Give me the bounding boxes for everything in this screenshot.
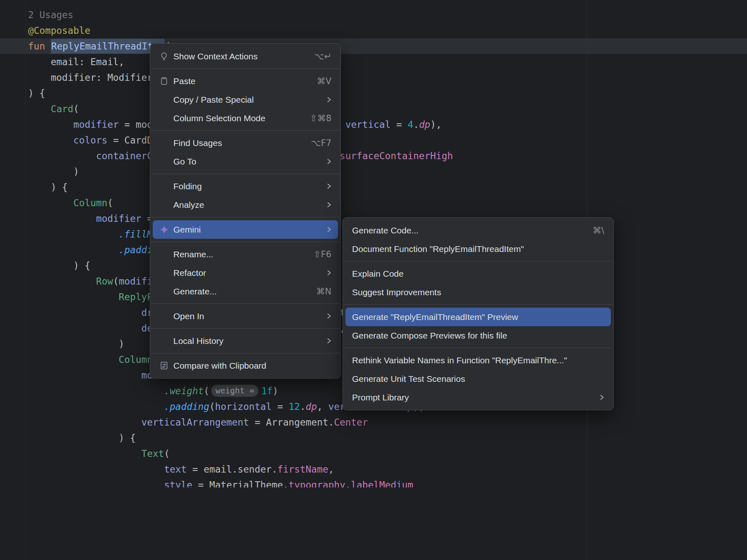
- code-token: colors: [73, 135, 107, 146]
- code-token: [28, 480, 164, 487]
- menu-item-label: Go To: [173, 157, 316, 167]
- code-token: 4: [408, 119, 414, 130]
- code-token: 12: [288, 401, 300, 412]
- menu-item-rethink-variable-names-in-function-replyemailthre[interactable]: Rethink Variable Names in Function "Repl…: [345, 351, 611, 369]
- menu-item-label: Prompt Library: [352, 393, 589, 402]
- code-token: firstName: [277, 464, 329, 475]
- code-token: horizontal: [215, 401, 272, 412]
- menu-item-generate-replyemailthreaditem-preview[interactable]: Generate "ReplyEmailThreadItem" Preview: [345, 308, 611, 326]
- code-token: verticalArrangement: [142, 417, 249, 428]
- code-token: [28, 135, 73, 146]
- menu-item-label: Rethink Variable Names in Function "Repl…: [352, 355, 604, 365]
- chevron-right-icon: [327, 337, 331, 344]
- code-line[interactable]: @Composable: [0, 23, 747, 38]
- menu-item-compare-with-clipboard[interactable]: Compare with Clipboard: [153, 356, 338, 375]
- menu-item-label: Generate "ReplyEmailThreadItem" Preview: [352, 312, 604, 322]
- code-token: ,: [317, 401, 328, 412]
- menu-separator: [151, 68, 340, 69]
- parameter-inlay-hint: weight =: [211, 385, 258, 397]
- code-line[interactable]: ): [0, 164, 747, 179]
- menu-item-shortcut: ⌥↵: [314, 52, 331, 61]
- code-token: ) {: [28, 260, 90, 271]
- code-token: ) {: [28, 88, 45, 99]
- code-token: [28, 151, 96, 161]
- code-token: style: [164, 480, 192, 487]
- menu-item-generate-code[interactable]: Generate Code...⌘\: [345, 221, 611, 240]
- menu-item-go-to[interactable]: Go To: [153, 152, 338, 171]
- code-token: (: [113, 276, 119, 287]
- menu-item-open-in[interactable]: Open In: [153, 307, 338, 325]
- code-line[interactable]: modifier = modifier.padding(horizontal =…: [0, 117, 747, 132]
- menu-item-refactor[interactable]: Refactor: [153, 264, 338, 282]
- code-line[interactable]: ) {: [0, 179, 747, 195]
- menu-item-paste[interactable]: Paste⌘V: [153, 72, 338, 90]
- code-token: [28, 386, 164, 396]
- code-token: = Arrangement.: [249, 417, 334, 428]
- code-line[interactable]: colors = CardDefaults.cardColors(: [0, 132, 747, 148]
- menu-item-document-function-replyemailthreaditem[interactable]: Document Function "ReplyEmailThreadItem": [345, 240, 611, 258]
- code-line[interactable]: ) {: [0, 85, 747, 101]
- menu-item-column-selection-mode[interactable]: Column Selection Mode⇧⌘8: [153, 109, 338, 127]
- compare-icon: [159, 361, 173, 370]
- menu-item-generate[interactable]: Generate...⌘N: [153, 282, 338, 301]
- code-token: modifier: [96, 213, 142, 224]
- menu-item-label: Explain Code: [352, 269, 604, 279]
- menu-item-analyze[interactable]: Analyze: [153, 195, 338, 214]
- menu-item-prompt-library[interactable]: Prompt Library: [345, 388, 611, 407]
- menu-item-copy-paste-special[interactable]: Copy / Paste Special: [153, 90, 338, 109]
- code-line[interactable]: modifier: Modifier = Modifier: [0, 70, 747, 85]
- chevron-right-icon: [327, 201, 331, 208]
- menu-separator: [151, 328, 340, 329]
- code-token: Text: [142, 448, 164, 459]
- code-line-caret[interactable]: fun ReplyEmailThreadItem(: [0, 38, 747, 54]
- code-line[interactable]: containerColor = MaterialTheme.colorSche…: [0, 148, 747, 164]
- code-line[interactable]: text = email.sender.firstName,: [0, 461, 747, 477]
- code-token: [28, 292, 119, 302]
- code-token: = email.sender.: [187, 464, 277, 475]
- menu-item-shortcut: ⌥F7: [311, 138, 331, 148]
- chevron-right-icon: [327, 96, 331, 103]
- menu-item-suggest-improvements[interactable]: Suggest Improvements: [345, 283, 611, 301]
- code-token: ): [28, 166, 79, 177]
- code-line[interactable]: email: Email,: [0, 54, 747, 70]
- code-line[interactable]: Column(: [0, 195, 747, 211]
- code-token: [28, 229, 119, 240]
- code-token: typography: [288, 480, 345, 487]
- menu-item-explain-code[interactable]: Explain Code: [345, 264, 611, 283]
- code-line[interactable]: verticalArrangement = Arrangement.Center: [0, 414, 747, 430]
- menu-item-label: Column Selection Mode: [173, 113, 299, 123]
- code-line[interactable]: style = MaterialTheme.typography.labelMe…: [0, 477, 747, 487]
- code-token: (: [164, 448, 170, 459]
- code-token: surfaceContainerHigh: [340, 151, 453, 161]
- chevron-right-icon: [600, 394, 604, 401]
- code-token: dp: [306, 401, 317, 412]
- code-token: ) {: [28, 182, 68, 193]
- code-token: modifier: [73, 119, 119, 130]
- menu-item-find-usages[interactable]: Find Usages⌥F7: [153, 134, 338, 152]
- menu-item-gemini[interactable]: Gemini: [153, 220, 338, 239]
- menu-item-generate-unit-test-scenarios[interactable]: Generate Unit Test Scenarios: [345, 369, 611, 388]
- menu-item-folding[interactable]: Folding: [153, 177, 338, 195]
- code-line[interactable]: 2 Usages: [0, 7, 747, 23]
- menu-separator: [343, 348, 613, 348]
- menu-item-local-history[interactable]: Local History: [153, 332, 338, 350]
- code-token: [28, 276, 96, 287]
- code-token: Card: [51, 104, 73, 114]
- menu-item-show-context-actions[interactable]: Show Context Actions⌥↵: [153, 47, 338, 66]
- menu-separator: [151, 174, 340, 174]
- menu-item-label: Suggest Improvements: [352, 287, 604, 297]
- code-token: (: [209, 401, 215, 412]
- code-line[interactable]: Card(: [0, 101, 747, 117]
- menu-item-label: Local History: [173, 336, 316, 346]
- menu-item-rename[interactable]: Rename...⇧F6: [153, 245, 338, 264]
- menu-separator: [151, 304, 340, 304]
- code-line[interactable]: Text(: [0, 446, 747, 461]
- code-token: [28, 354, 119, 365]
- code-line[interactable]: ) {: [0, 430, 747, 446]
- menu-item-generate-compose-previews-for-this-file[interactable]: Generate Compose Previews for this file: [345, 326, 611, 345]
- chevron-right-icon: [327, 226, 331, 233]
- chevron-right-icon: [327, 183, 331, 190]
- code-token: dp: [419, 119, 430, 130]
- code-token: .: [345, 480, 351, 487]
- menu-item-label: Copy / Paste Special: [173, 95, 316, 105]
